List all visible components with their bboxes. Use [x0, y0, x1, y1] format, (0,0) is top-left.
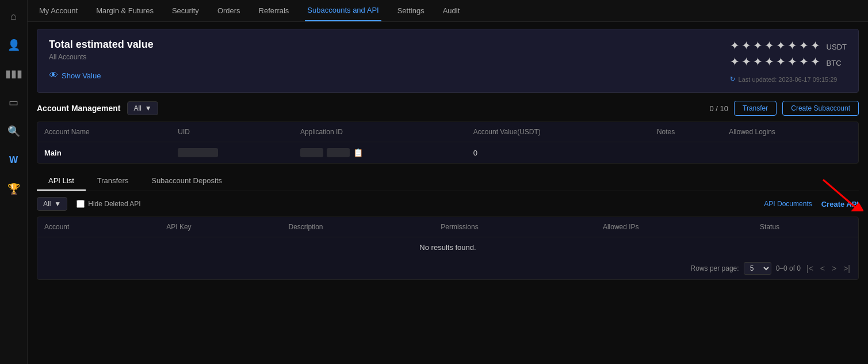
- sidebar: ⌂ 👤 ▮▮▮ ▭ 🔍 W 🏆: [0, 0, 28, 364]
- col-status: Status: [753, 217, 858, 237]
- w-icon[interactable]: W: [5, 151, 23, 169]
- api-table-container: Account API Key Description Permissions …: [37, 217, 859, 280]
- btc-label: BTC: [827, 59, 842, 67]
- top-navigation: My Account Margin & Futures Security Ord…: [28, 0, 868, 22]
- page-prev-icon[interactable]: <: [819, 264, 826, 273]
- create-api-button[interactable]: Create API: [821, 200, 859, 208]
- eye-icon: 👁: [49, 70, 58, 81]
- chevron-down-icon: ▼: [54, 200, 61, 208]
- value-card-left: Total estimated value All Accounts 👁 Sho…: [49, 39, 154, 81]
- api-toolbar-left: All ▼ Hide Deleted API: [37, 197, 141, 211]
- cell-allowed-logins: [722, 142, 858, 164]
- nav-settings[interactable]: Settings: [395, 0, 427, 21]
- col-description: Description: [282, 217, 434, 237]
- api-toolbar: All ▼ Hide Deleted API API Documents Cre…: [37, 197, 859, 211]
- account-management-controls: 0 / 10 Transfer Create Subaccount: [710, 101, 859, 116]
- account-count: 0 / 10: [710, 104, 729, 113]
- account-table: Account Name UID Application ID Account …: [37, 122, 858, 163]
- no-results-message: No results found.: [37, 237, 858, 258]
- total-value-title: Total estimated value: [49, 39, 154, 51]
- nav-security[interactable]: Security: [170, 0, 201, 21]
- show-value-button[interactable]: 👁 Show Value: [49, 70, 154, 81]
- usdt-label: USDT: [827, 43, 847, 51]
- monitor-icon[interactable]: ▭: [5, 93, 23, 112]
- last-updated: ↻ Last updated: 2023-06-17 09:15:29: [730, 75, 847, 83]
- nav-orders[interactable]: Orders: [215, 0, 243, 21]
- api-filter-dropdown[interactable]: All ▼: [37, 197, 67, 211]
- page-last-icon[interactable]: >|: [842, 264, 851, 273]
- cell-application-id: 📋: [293, 142, 466, 164]
- masked-usdt: ✦✦✦✦✦✦✦✦: [730, 39, 822, 52]
- col-permissions: Permissions: [434, 217, 596, 237]
- nav-subaccounts-api[interactable]: Subaccounts and API: [305, 0, 381, 21]
- nav-referrals[interactable]: Referrals: [257, 0, 292, 21]
- cell-notes: [650, 142, 722, 164]
- col-account-value: Account Value(USDT): [466, 122, 650, 142]
- nav-margin-futures[interactable]: Margin & Futures: [94, 0, 156, 21]
- api-tabs: API List Transfers Subaccount Deposits: [37, 172, 859, 191]
- tab-transfers[interactable]: Transfers: [86, 172, 140, 191]
- cell-account-value: 0: [466, 142, 650, 164]
- col-api-account: Account: [37, 217, 159, 237]
- chevron-down-icon: ▼: [145, 104, 152, 112]
- rows-per-page-label: Rows per page:: [691, 264, 739, 272]
- show-value-label: Show Value: [62, 71, 101, 80]
- api-table: Account API Key Description Permissions …: [37, 217, 858, 257]
- col-account-name: Account Name: [37, 122, 171, 142]
- api-no-results-row: No results found.: [37, 237, 858, 258]
- page-content: Total estimated value All Accounts 👁 Sho…: [28, 22, 868, 364]
- usdt-value-row: ✦✦✦✦✦✦✦✦ USDT: [730, 39, 847, 55]
- main-content: My Account Margin & Futures Security Ord…: [28, 0, 868, 364]
- account-management-title: Account Management: [37, 104, 120, 113]
- masked-btc: ✦✦✦✦✦✦✦✦: [730, 55, 822, 69]
- rows-per-page-select[interactable]: 5 10 20: [744, 262, 771, 275]
- table-row: Main 📋 0: [37, 142, 858, 164]
- nav-audit[interactable]: Audit: [441, 0, 462, 21]
- nav-my-account[interactable]: My Account: [37, 0, 80, 21]
- transfer-button[interactable]: Transfer: [734, 101, 777, 116]
- copy-icon[interactable]: 📋: [353, 148, 363, 157]
- col-uid: UID: [171, 122, 293, 142]
- account-filter-value: All: [133, 104, 141, 112]
- api-filter-value: All: [43, 200, 51, 208]
- refresh-icon[interactable]: ↻: [730, 75, 735, 83]
- page-next-icon[interactable]: >: [831, 264, 838, 273]
- trophy-icon[interactable]: 🏆: [5, 180, 23, 198]
- total-value-card: Total estimated value All Accounts 👁 Sho…: [37, 29, 859, 93]
- api-documents-link[interactable]: API Documents: [764, 200, 812, 208]
- search-icon[interactable]: 🔍: [5, 122, 23, 141]
- col-api-key: API Key: [159, 217, 281, 237]
- home-icon[interactable]: ⌂: [5, 7, 23, 25]
- btc-value-row: ✦✦✦✦✦✦✦✦ BTC: [730, 55, 847, 71]
- pagination: Rows per page: 5 10 20 0–0 of 0 |< < > >…: [37, 257, 858, 279]
- cell-account-name: Main: [37, 142, 171, 164]
- hide-deleted-api-checkbox[interactable]: [77, 200, 85, 208]
- all-accounts-label: All Accounts: [49, 53, 154, 61]
- account-table-container: Account Name UID Application ID Account …: [37, 122, 859, 164]
- tab-subaccount-deposits[interactable]: Subaccount Deposits: [140, 172, 234, 191]
- account-filter-dropdown[interactable]: All ▼: [127, 101, 158, 115]
- api-toolbar-right: API Documents Create API: [764, 200, 859, 208]
- hide-deleted-api-text: Hide Deleted API: [88, 200, 140, 208]
- col-allowed-ips: Allowed IPs: [596, 217, 753, 237]
- col-allowed-logins: Allowed Logins: [722, 122, 858, 142]
- hide-deleted-api-label[interactable]: Hide Deleted API: [77, 200, 140, 208]
- col-application-id: Application ID: [293, 122, 466, 142]
- cell-uid: [171, 142, 293, 164]
- account-management-header: Account Management All ▼ 0 / 10 Transfer…: [37, 101, 859, 116]
- value-card-right: ✦✦✦✦✦✦✦✦ USDT ✦✦✦✦✦✦✦✦ BTC ↻ Last update…: [730, 39, 847, 83]
- chart-icon[interactable]: ▮▮▮: [5, 65, 23, 83]
- account-table-header: Account Name UID Application ID Account …: [37, 122, 858, 142]
- page-first-icon[interactable]: |<: [805, 264, 815, 273]
- create-subaccount-button[interactable]: Create Subaccount: [782, 101, 859, 116]
- col-notes: Notes: [650, 122, 722, 142]
- last-updated-text: Last updated: 2023-06-17 09:15:29: [739, 76, 838, 83]
- api-table-header: Account API Key Description Permissions …: [37, 217, 858, 237]
- pagination-range: 0–0 of 0: [776, 264, 801, 272]
- tab-api-list[interactable]: API List: [37, 172, 86, 191]
- user-icon[interactable]: 👤: [5, 36, 23, 54]
